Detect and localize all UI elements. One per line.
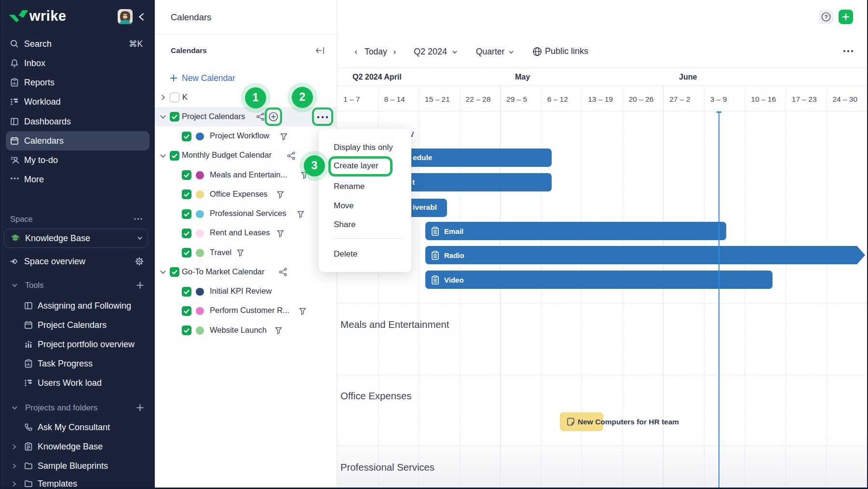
svg-text:?: ? [825, 14, 828, 20]
